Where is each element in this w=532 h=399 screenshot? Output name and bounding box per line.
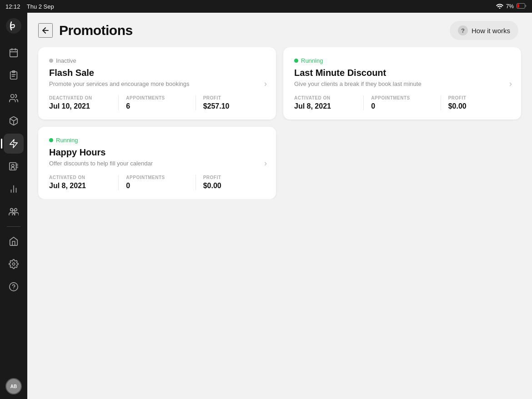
stat-profit-label: PROFIT (203, 175, 265, 180)
sidebar-item-clients[interactable] (4, 88, 24, 108)
promo-card-happy-hours[interactable]: Running Happy Hours Offer discounts to h… (38, 127, 276, 199)
status-dot (294, 59, 298, 63)
card-description: Give your clients a break if they book l… (294, 80, 510, 87)
stat-appointments: APPOINTMENTS 0 (126, 175, 196, 190)
stat-profit: PROFIT $0.00 (203, 175, 265, 190)
status-indicators: 7% (496, 3, 527, 10)
sidebar-item-promotions[interactable] (4, 134, 24, 154)
status-bar: 12:12 Thu 2 Sep 7% (0, 0, 532, 13)
stat-date: DEACTIVATED ON Jul 10, 2021 (49, 95, 119, 110)
stat-appts-label: APPOINTMENTS (371, 95, 433, 100)
stat-date-value: Jul 8, 2021 (49, 182, 111, 190)
how-it-works-label: How it works (472, 27, 510, 35)
stat-date-value: Jul 8, 2021 (294, 102, 356, 110)
app-layout: AB Promotions ? How it works (0, 13, 532, 399)
analytics-icon (9, 184, 19, 194)
page-title: Promotions (59, 23, 133, 38)
sidebar-item-clipboard[interactable] (4, 65, 24, 85)
stat-appts-label: APPOINTMENTS (126, 95, 188, 100)
stat-profit-value: $257.10 (203, 102, 265, 110)
svg-point-24 (12, 210, 15, 213)
stat-date-label: ACTIVATED ON (294, 95, 356, 100)
calendar-icon (9, 48, 19, 58)
status-label: Inactive (56, 57, 76, 64)
question-circle-icon: ? (458, 25, 468, 35)
status-label: Running (56, 137, 78, 144)
stat-date-label: ACTIVATED ON (49, 175, 111, 180)
sidebar-item-store[interactable] (4, 231, 24, 251)
card-stats: DEACTIVATED ON Jul 10, 2021 APPOINTMENTS… (49, 95, 265, 110)
promotions-icon (9, 139, 19, 149)
svg-rect-1 (517, 4, 519, 8)
stat-profit-value: $0.00 (448, 102, 510, 110)
sidebar-item-calendar[interactable] (4, 43, 24, 63)
stat-profit-value: $0.00 (203, 182, 265, 190)
stat-profit-label: PROFIT (203, 95, 265, 100)
sidebar-item-settings[interactable] (4, 254, 24, 274)
avatar[interactable]: AB (5, 378, 22, 394)
sidebar-item-services[interactable] (4, 111, 24, 131)
page-header: Promotions ? How it works (27, 13, 532, 47)
svg-marker-13 (10, 140, 18, 148)
battery-icon (517, 3, 527, 10)
how-it-works-button[interactable]: ? How it works (450, 21, 518, 40)
main-content: Promotions ? How it works Inactive Flash… (27, 13, 532, 399)
clients-icon (9, 93, 19, 103)
svg-point-26 (10, 283, 18, 291)
chevron-right-icon: › (509, 79, 512, 88)
status-badge: Inactive (49, 57, 265, 64)
stat-date: ACTIVATED ON Jul 8, 2021 (49, 175, 119, 190)
card-title: Flash Sale (49, 68, 265, 78)
stat-date: ACTIVATED ON Jul 8, 2021 (294, 95, 364, 110)
sidebar-item-analytics[interactable] (4, 179, 24, 199)
clipboard-icon (9, 70, 19, 80)
back-button[interactable] (38, 23, 53, 38)
card-title: Happy Hours (49, 147, 265, 158)
battery-percentage: 7% (506, 3, 514, 10)
promo-card-flash-sale[interactable]: Inactive Flash Sale Promote your service… (38, 47, 276, 120)
sidebar-bottom: AB (5, 378, 22, 394)
team-icon (9, 207, 19, 217)
box-icon (9, 116, 19, 126)
stat-appts-value: 0 (126, 182, 188, 190)
stat-appointments: APPOINTMENTS 6 (126, 95, 196, 110)
contacts-icon (9, 161, 19, 171)
status-date: Thu 2 Sep (27, 3, 54, 10)
sidebar-item-help[interactable] (4, 277, 24, 297)
app-logo[interactable] (5, 17, 22, 35)
avatar-initials: AB (10, 384, 17, 389)
status-dot (49, 138, 53, 142)
status-time-date: 12:12 Thu 2 Sep (5, 3, 54, 10)
sidebar-divider (7, 226, 20, 227)
svg-rect-3 (10, 50, 18, 57)
stat-date-value: Jul 10, 2021 (49, 102, 111, 110)
chevron-right-icon: › (264, 158, 267, 168)
stat-appointments: APPOINTMENTS 0 (371, 95, 441, 110)
status-time: 12:12 (5, 3, 20, 10)
chevron-right-icon: › (264, 79, 267, 88)
sidebar-item-team[interactable] (4, 202, 24, 222)
sidebar-nav (4, 43, 24, 378)
back-arrow-icon (41, 26, 50, 35)
wifi-icon (496, 3, 503, 10)
status-dot (49, 59, 53, 63)
header-left: Promotions (38, 23, 133, 38)
sidebar: AB (0, 13, 27, 399)
store-icon (9, 236, 19, 246)
svg-point-25 (12, 263, 15, 265)
svg-point-11 (11, 95, 14, 98)
status-label: Running (301, 57, 323, 64)
card-description: Offer discounts to help fill your calend… (49, 160, 265, 167)
stat-profit-label: PROFIT (448, 95, 510, 100)
card-stats: ACTIVATED ON Jul 8, 2021 APPOINTMENTS 0 … (294, 95, 510, 110)
promo-card-last-minute-discount[interactable]: Running Last Minute Discount Give your c… (283, 47, 521, 120)
stat-appts-value: 6 (126, 102, 188, 110)
stat-date-label: DEACTIVATED ON (49, 95, 111, 100)
svg-point-2 (6, 18, 21, 34)
card-title: Last Minute Discount (294, 68, 510, 78)
stat-profit: PROFIT $0.00 (448, 95, 510, 110)
svg-rect-14 (10, 163, 16, 170)
promotions-grid: Inactive Flash Sale Promote your service… (27, 47, 532, 199)
card-description: Promote your services and encourage more… (49, 80, 265, 87)
sidebar-item-contacts[interactable] (4, 156, 24, 176)
